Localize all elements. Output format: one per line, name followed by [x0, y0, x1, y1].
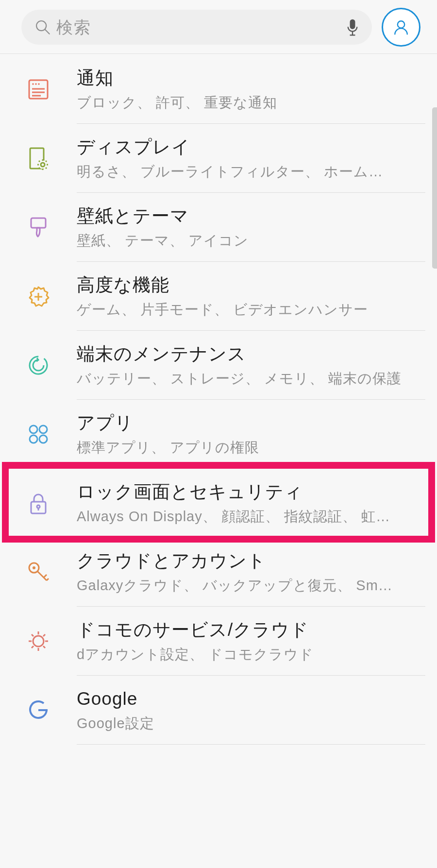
settings-item-title: 端末のメンテナンス [77, 342, 421, 366]
settings-item-subtitle: Always On Display、 顔認証、 指紋認証、 虹… [77, 507, 421, 526]
settings-item-subtitle: 明るさ、 ブルーライトフィルター、 ホーム… [77, 162, 421, 181]
settings-item-device-maintenance[interactable]: 端末のメンテナンスバッテリー、 ストレージ、 メモリ、 端末の保護 [0, 331, 437, 400]
profile-button[interactable] [382, 8, 420, 47]
settings-item-text: クラウドとアカウントGalaxyクラウド、 バックアップと復元、 Sm… [77, 549, 425, 595]
svg-point-44 [36, 21, 46, 31]
apps-icon [26, 422, 77, 446]
settings-item-subtitle: ゲーム、 片手モード、 ビデオエンハンサー [77, 300, 421, 319]
settings-item-text: 端末のメンテナンスバッテリー、 ストレージ、 メモリ、 端末の保護 [77, 342, 425, 388]
settings-item-cloud-accounts[interactable]: クラウドとアカウントGalaxyクラウド、 バックアップと復元、 Sm… [0, 538, 437, 607]
settings-item-notifications[interactable]: 通知ブロック、 許可、 重要な通知 [0, 55, 437, 124]
settings-item-title: Google [77, 687, 421, 711]
settings-item-subtitle: dアカウント設定、 ドコモクラウド [77, 645, 421, 664]
advanced-features-icon [26, 284, 77, 308]
settings-item-title: 壁紙とテーマ [77, 204, 421, 228]
svg-line-45 [45, 30, 50, 34]
settings-item-title: ドコモのサービス/クラウド [77, 618, 421, 642]
google-icon [26, 698, 77, 722]
settings-item-lock[interactable]: ロック画面とセキュリティAlways On Display、 顔認証、 指紋認証… [0, 469, 437, 538]
settings-item-advanced-features[interactable]: 高度な機能ゲーム、 片手モード、 ビデオエンハンサー [0, 262, 437, 331]
settings-item-text: 通知ブロック、 許可、 重要な通知 [77, 66, 425, 112]
settings-item-title: 通知 [77, 66, 421, 90]
settings-item-text: ディスプレイ明るさ、 ブルーライトフィルター、 ホーム… [77, 135, 425, 181]
settings-item-subtitle: Galaxyクラウド、 バックアップと復元、 Sm… [77, 576, 421, 595]
search-input[interactable] [51, 18, 346, 37]
settings-list: 通知ブロック、 許可、 重要な通知ディスプレイ明るさ、 ブルーライトフィルター、… [0, 54, 437, 745]
svg-rect-46 [350, 19, 355, 29]
notifications-icon [26, 77, 77, 102]
settings-item-subtitle: 壁紙、 テーマ、 アイコン [77, 231, 421, 250]
settings-item-title: アプリ [77, 411, 421, 435]
settings-item-text: ロック画面とセキュリティAlways On Display、 顔認証、 指紋認証… [77, 480, 425, 526]
svg-point-49 [398, 21, 404, 28]
settings-item-apps[interactable]: アプリ標準アプリ、 アプリの権限 [0, 400, 437, 469]
search-box[interactable] [21, 10, 372, 45]
settings-item-title: ロック画面とセキュリティ [77, 480, 421, 504]
wallpaper-icon [26, 215, 77, 239]
voice-search-icon[interactable] [346, 17, 359, 37]
settings-item-subtitle: Google設定 [77, 714, 421, 733]
settings-item-text: 壁紙とテーマ壁紙、 テーマ、 アイコン [77, 204, 425, 250]
settings-item-google[interactable]: GoogleGoogle設定 [0, 676, 437, 745]
settings-item-subtitle: ブロック、 許可、 重要な通知 [77, 93, 421, 112]
settings-item-title: クラウドとアカウント [77, 549, 421, 573]
settings-item-title: ディスプレイ [77, 135, 421, 159]
settings-item-wallpaper[interactable]: 壁紙とテーマ壁紙、 テーマ、 アイコン [0, 193, 437, 262]
settings-item-text: ドコモのサービス/クラウドdアカウント設定、 ドコモクラウド [77, 618, 425, 664]
docomo-services-icon [26, 629, 77, 653]
lock-icon [26, 491, 77, 515]
divider [77, 744, 425, 745]
settings-item-display[interactable]: ディスプレイ明るさ、 ブルーライトフィルター、 ホーム… [0, 124, 437, 193]
device-maintenance-icon [26, 353, 77, 377]
settings-item-text: アプリ標準アプリ、 アプリの権限 [77, 411, 425, 457]
display-icon [26, 146, 77, 170]
profile-icon [391, 17, 411, 37]
settings-item-title: 高度な機能 [77, 273, 421, 297]
search-icon [34, 18, 51, 36]
settings-item-text: 高度な機能ゲーム、 片手モード、 ビデオエンハンサー [77, 273, 425, 319]
settings-item-subtitle: バッテリー、 ストレージ、 メモリ、 端末の保護 [77, 369, 421, 388]
settings-item-text: GoogleGoogle設定 [77, 687, 425, 733]
settings-item-subtitle: 標準アプリ、 アプリの権限 [77, 438, 421, 457]
header-bar [0, 0, 437, 54]
settings-item-docomo-services[interactable]: ドコモのサービス/クラウドdアカウント設定、 ドコモクラウド [0, 607, 437, 676]
cloud-accounts-icon [26, 560, 77, 584]
